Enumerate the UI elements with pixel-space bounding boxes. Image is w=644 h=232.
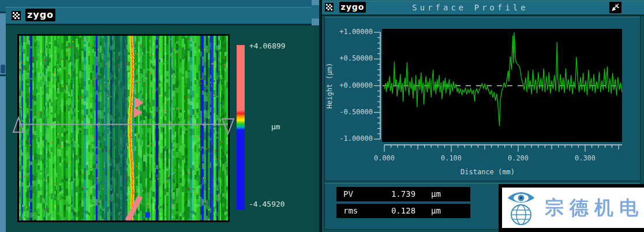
x-tick-label: 0.000 [367, 154, 402, 162]
y-tick-label: +0.50000 [332, 54, 373, 62]
pv-readout: PV 1.739 μm [336, 187, 470, 201]
y-tick-label: +0.00000 [332, 81, 373, 89]
occluded-window-left-strip [0, 0, 6, 232]
x-axis-tick-labels: 0.0000.1000.2000.300 [0, 154, 644, 163]
pv-value: 1.739 [336, 187, 470, 201]
rms-readout: rms 0.128 μm [336, 204, 470, 218]
eye-globe-icon [504, 189, 540, 227]
y-tick-label: -1.00000 [332, 134, 373, 143]
divider [6, 24, 312, 25]
zygo-logo: zygo [25, 9, 55, 21]
pv-unit: μm [431, 187, 441, 201]
rms-value: 0.128 [336, 204, 470, 218]
y-tick-label: +1.00000 [332, 28, 373, 36]
rms-unit: μm [431, 204, 441, 218]
x-tick-label: 0.200 [501, 154, 536, 162]
colorbar-max-label: +4.06899 [249, 42, 286, 50]
y-axis-tick-labels: +1.00000+0.50000+0.00000-0.50000-1.00000 [332, 0, 373, 173]
watermark-text: 宗德机电 [545, 188, 644, 228]
colorbar-unit-label: μm [271, 122, 280, 131]
y-tick-label: -0.50000 [332, 108, 373, 116]
occluded-text-fragment [1, 65, 5, 73]
arrow-sw-icon [610, 2, 621, 13]
divider [0, 74, 6, 76]
x-tick-label: 0.300 [568, 154, 602, 162]
x-tick-label: 0.100 [434, 154, 469, 162]
divider [0, 12, 6, 13]
window-menu-button[interactable] [12, 11, 21, 20]
profile-plot-area [382, 29, 622, 142]
x-axis-title: Distance (mm) [441, 168, 534, 176]
screen: zygo +4.06899 μm -4.45920 zygo Surface P… [0, 0, 644, 232]
window-title: Surface Profile [375, 3, 566, 12]
checker-grid-icon [12, 12, 20, 20]
surface-map-canvas [19, 36, 228, 220]
occluded-window-top-strip [6, 0, 312, 7]
window-tool-button[interactable] [609, 2, 621, 13]
colorbar-min-label: -4.45920 [249, 200, 285, 208]
height-colorbar [237, 45, 245, 210]
occluded-window-left-strip-top [0, 0, 6, 12]
